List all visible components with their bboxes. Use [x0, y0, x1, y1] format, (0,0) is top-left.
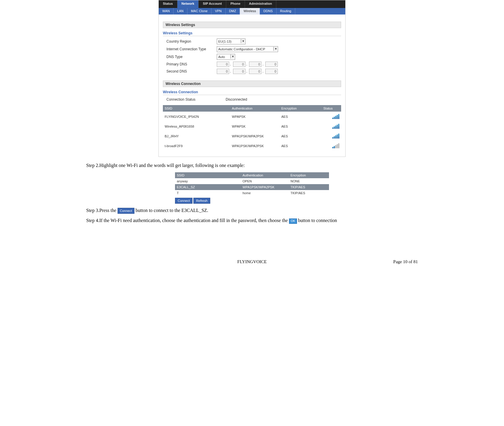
header-encryption: Encryption — [280, 105, 322, 112]
subtab-routing[interactable]: Routing — [277, 8, 295, 15]
wifi2-row[interactable]: T home TKIP/AES — [175, 190, 329, 196]
primary-dns-seg-1[interactable]: 0 — [217, 62, 229, 67]
wifi2-ssid: T — [175, 190, 241, 196]
connect-button-inline: Connect — [118, 208, 134, 214]
content-area: Wireless Settings Wireless Settings Coun… — [159, 15, 345, 157]
header-authentication: Authentication — [241, 172, 289, 178]
row-dns-type: DNS Type Auto — [163, 54, 341, 60]
row-internet-connection-type: Internet Connection Type Automatic Confi… — [163, 46, 341, 52]
row-second-dns: Second DNS 0. 0. 0. 0 — [163, 69, 341, 74]
footer-page-number: Page 10 of 81 — [393, 259, 418, 264]
wifi-enc: AES — [280, 125, 322, 128]
signal-icon — [332, 124, 339, 129]
wifi-selection-screenshot: SSID Authentication Encryption anyway OP… — [175, 172, 329, 204]
select-dns-type[interactable]: Auto — [217, 54, 235, 60]
wifi-table: SSID Authentication Encryption Status FL… — [163, 105, 341, 151]
wifi2-enc: TKIP/AES — [289, 190, 329, 196]
wifi2-enc: TKIP/AES — [289, 184, 329, 190]
select-country-region[interactable]: EU(1-13) — [217, 38, 245, 44]
wifi-row[interactable]: Wireless_AP081658 WPAPSK AES — [163, 121, 341, 131]
page-footer: FLYINGVOICE Page 10 of 81 — [86, 259, 418, 266]
wifi2-buttons: Connect Refresh — [175, 198, 329, 204]
wifi2-row[interactable]: anyway OPEN NONE — [175, 178, 329, 184]
tab-sip-account[interactable]: SIP Account — [199, 0, 226, 8]
fieldset-title-wireless-settings: Wireless Settings — [163, 31, 341, 35]
wifi2-auth: WPA1PSK/WPA2PSK — [241, 184, 289, 190]
wifi-row[interactable]: BJ_JRHY WPA1PSK/WPA2PSK AES — [163, 131, 341, 141]
value-connection-status: Disconnected — [226, 97, 247, 102]
header-authentication: Authentication — [230, 105, 280, 112]
wifi-auth: WPAPSK — [230, 115, 280, 118]
step4-prefix: Step 4.If the Wi-Fi need authentication,… — [86, 218, 289, 223]
label-internet-connection-type: Internet Connection Type — [163, 47, 217, 51]
wifi-ssid: Wireless_AP081658 — [163, 125, 230, 128]
wireless-settings-screenshot: Status Network SIP Account Phone Adminis… — [158, 0, 346, 157]
refresh-button[interactable]: Refresh — [193, 198, 210, 204]
wifi-ssid: t-broadF2F9 — [163, 144, 230, 148]
second-dns-seg-2[interactable]: 0 — [233, 69, 245, 74]
subtab-ddns[interactable]: DDNS — [260, 8, 277, 15]
wifi-ssid: FLYINGVOICE_IP542N — [163, 115, 230, 118]
wifi-enc: AES — [280, 115, 322, 118]
label-primary-dns: Primary DNS — [163, 62, 217, 66]
wifi-auth: WPAPSK — [230, 125, 280, 128]
row-primary-dns: Primary DNS 0. 0. 0. 0 — [163, 62, 341, 67]
label-connection-status: Connection Status — [163, 97, 226, 102]
signal-icon — [332, 134, 339, 139]
section-bar-wireless-settings: Wireless Settings — [163, 22, 341, 28]
wifi2-row-selected[interactable]: E3CALL_SZ WPA1PSK/WPA2PSK TKIP/AES — [175, 184, 329, 190]
wifi2-auth: OPEN — [241, 178, 289, 184]
second-dns-seg-1[interactable]: 0 — [217, 69, 229, 74]
subtab-mac-clone[interactable]: MAC Clone — [187, 8, 211, 15]
main-tabs: Status Network SIP Account Phone Adminis… — [159, 0, 345, 8]
select-internet-connection-type[interactable]: Automatic Configuration - DHCP — [217, 46, 278, 52]
label-country-region: Country Region — [163, 39, 217, 44]
wifi-auth: WPA1PSK/WPA2PSK — [230, 144, 280, 148]
subtab-dmz[interactable]: DMZ — [226, 8, 240, 15]
wifi-ssid: BJ_JRHY — [163, 134, 230, 138]
tab-status[interactable]: Status — [159, 0, 177, 8]
wifi-enc: AES — [280, 134, 322, 138]
subtab-wireless[interactable]: Wireless — [240, 8, 260, 15]
primary-dns-seg-2[interactable]: 0 — [233, 62, 245, 67]
primary-dns-seg-3[interactable]: 0 — [249, 62, 261, 67]
connect-button[interactable]: Connect — [175, 198, 192, 204]
row-connection-status: Connection Status Disconnected — [163, 97, 341, 102]
subtab-lan[interactable]: LAN — [174, 8, 187, 15]
tab-administration[interactable]: Administration — [245, 0, 277, 8]
step4-text: Step 4.If the Wi-Fi need authentication,… — [86, 218, 418, 224]
header-ssid: SSID — [163, 105, 230, 112]
wifi-row[interactable]: t-broadF2F9 WPA1PSK/WPA2PSK AES — [163, 141, 341, 151]
step3-prefix: Step 3.Press the — [86, 208, 118, 213]
header-status: Status — [322, 105, 341, 112]
wifi2-ssid: anyway — [175, 178, 241, 184]
divider — [163, 36, 341, 36]
header-encryption: Encryption — [289, 172, 329, 178]
wifi-table-header: SSID Authentication Encryption Status — [163, 105, 341, 112]
tab-phone[interactable]: Phone — [226, 0, 245, 8]
ok-button-inline: OK — [289, 218, 297, 224]
wifi-auth: WPA1PSK/WPA2PSK — [230, 134, 280, 138]
fieldset-title-wireless-connection: Wireless Connection — [163, 90, 341, 94]
header-ssid: SSID — [175, 172, 241, 178]
signal-icon — [332, 114, 339, 119]
step4-suffix: button to connection — [298, 218, 337, 223]
step3-text: Step 3.Press the Connect button to conne… — [86, 208, 418, 214]
label-second-dns: Second DNS — [163, 69, 217, 73]
wifi-row[interactable]: FLYINGVOICE_IP542N WPAPSK AES — [163, 112, 341, 121]
wifi2-ssid: E3CALL_SZ — [175, 184, 241, 190]
sub-tabs: WAN LAN MAC Clone VPN DMZ Wireless DDNS … — [159, 8, 345, 15]
wifi2-auth: home — [241, 190, 289, 196]
signal-icon — [332, 143, 339, 148]
footer-brand: FLYINGVOICE — [237, 259, 267, 264]
tab-network[interactable]: Network — [177, 0, 199, 8]
step2-text: Step 2.Highlight one Wi-Fi and the words… — [86, 163, 418, 168]
second-dns-seg-4[interactable]: 0 — [265, 69, 278, 74]
subtab-wan[interactable]: WAN — [159, 8, 174, 15]
primary-dns-seg-4[interactable]: 0 — [265, 62, 278, 67]
divider — [163, 95, 341, 95]
second-dns-seg-3[interactable]: 0 — [249, 69, 261, 74]
subtab-vpn[interactable]: VPN — [211, 8, 226, 15]
second-dns-input-group: 0. 0. 0. 0 — [217, 69, 278, 74]
primary-dns-input-group: 0. 0. 0. 0 — [217, 62, 278, 67]
